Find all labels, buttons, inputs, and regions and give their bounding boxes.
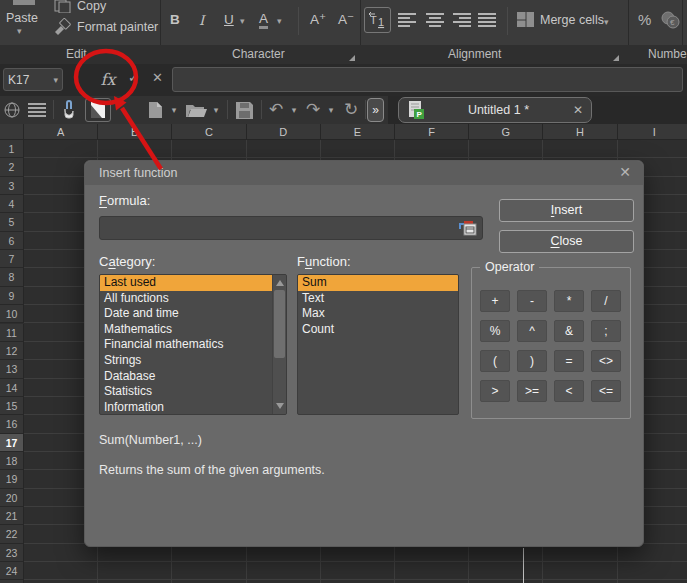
operator-button[interactable]: ) <box>517 350 547 372</box>
name-box-dropdown-icon[interactable]: ▾ <box>53 75 58 85</box>
category-item[interactable]: All functions <box>100 291 272 307</box>
operator-button[interactable]: % <box>480 320 510 342</box>
column-header-G[interactable]: G <box>469 124 543 140</box>
italic-button[interactable]: I <box>199 12 204 28</box>
operator-button[interactable]: < <box>554 380 584 402</box>
row-header-8[interactable]: 8 <box>0 268 24 286</box>
close-button[interactable]: Close <box>499 230 634 253</box>
category-scrollbar[interactable] <box>272 275 286 414</box>
row-header-9[interactable]: 9 <box>0 287 24 305</box>
category-item[interactable]: Financial mathematics <box>100 337 272 353</box>
row-header-13[interactable]: 13 <box>0 360 24 378</box>
operator-button[interactable]: = <box>554 350 584 372</box>
category-list[interactable]: Last usedAll functionsDate and timeMathe… <box>99 274 287 415</box>
row-header-7[interactable]: 7 <box>0 250 24 268</box>
confirm-entry-icon[interactable]: ✓ <box>128 70 139 85</box>
dialog-title[interactable]: Insert function <box>85 161 643 185</box>
cell-reference-box[interactable]: K17 ▾ <box>3 68 63 91</box>
dialog-formula-input[interactable] <box>99 216 483 240</box>
category-item[interactable]: Information <box>100 400 272 415</box>
column-header-B[interactable]: B <box>98 124 172 140</box>
row-header-4[interactable]: 4 <box>0 195 24 213</box>
underline-button[interactable]: U <box>224 12 234 27</box>
merge-cells-button[interactable]: Merge cells <box>540 13 604 27</box>
operator-button[interactable]: + <box>480 290 510 312</box>
operator-button[interactable]: ^ <box>517 320 547 342</box>
function-item[interactable]: Count <box>298 322 458 338</box>
scroll-down-icon[interactable] <box>276 403 284 409</box>
cancel-entry-icon[interactable]: ✕ <box>152 70 163 85</box>
row-header-1[interactable]: 1 <box>0 140 24 158</box>
category-item[interactable]: Strings <box>100 353 272 369</box>
repeat-icon[interactable]: ↻ <box>341 99 361 121</box>
toolbar-overflow-icon[interactable]: » <box>367 98 384 122</box>
column-header-I[interactable]: I <box>618 124 687 140</box>
format-painter-icon[interactable] <box>53 18 73 35</box>
row-header-24[interactable]: 24 <box>0 562 24 580</box>
row-header-3[interactable]: 3 <box>0 177 24 195</box>
column-header-C[interactable]: C <box>172 124 246 140</box>
function-item[interactable]: Sum <box>298 275 458 291</box>
align-justify-icon[interactable] <box>478 13 497 28</box>
font-color-button[interactable]: A <box>259 11 268 29</box>
menu-lines-icon[interactable] <box>27 99 47 121</box>
undo-icon[interactable]: ↶ <box>266 99 286 121</box>
column-header-H[interactable]: H <box>543 124 617 140</box>
alignment-dialog-launcher-icon[interactable] <box>613 55 619 61</box>
scroll-up-icon[interactable] <box>276 280 284 286</box>
bold-button[interactable]: B <box>170 12 180 27</box>
operator-button[interactable]: - <box>517 290 547 312</box>
row-header-6[interactable]: 6 <box>0 232 24 250</box>
open-folder-icon[interactable] <box>184 99 208 121</box>
grow-font-button[interactable]: A⁺ <box>310 11 326 27</box>
new-document-icon[interactable] <box>146 99 164 121</box>
row-header-19[interactable]: 19 <box>0 470 24 488</box>
category-item[interactable]: Date and time <box>100 306 272 322</box>
undo-dropdown-icon[interactable]: ▾ <box>288 99 300 121</box>
sidebar-toggle-icon[interactable] <box>85 98 111 122</box>
operator-button[interactable]: <> <box>591 350 621 372</box>
function-item[interactable]: Max <box>298 306 458 322</box>
formula-input[interactable] <box>172 67 683 92</box>
row-header-12[interactable]: 12 <box>0 342 24 360</box>
currency-format-icon[interactable]: € <box>660 10 682 30</box>
tab-close-icon[interactable]: ✕ <box>573 103 583 117</box>
column-header-E[interactable]: E <box>321 124 395 140</box>
insert-function-button[interactable]: fx <box>92 68 124 92</box>
operator-button[interactable]: ( <box>480 350 510 372</box>
row-header-5[interactable]: 5 <box>0 213 24 231</box>
save-icon[interactable] <box>233 99 255 121</box>
column-header-D[interactable]: D <box>247 124 321 140</box>
redo-dropdown-icon[interactable]: ▾ <box>325 99 337 121</box>
format-painter-button[interactable]: Format painter <box>77 20 158 34</box>
document-tab[interactable]: P Untitled 1 * ✕ <box>398 97 592 123</box>
row-header-16[interactable]: 16 <box>0 415 24 433</box>
copy-button[interactable]: Copy <box>77 0 106 13</box>
percent-format-button[interactable]: % <box>638 11 651 28</box>
row-header-15[interactable]: 15 <box>0 397 24 415</box>
shrink-font-button[interactable]: A⁻ <box>338 11 354 27</box>
column-header-F[interactable]: F <box>395 124 469 140</box>
operator-button[interactable]: & <box>554 320 584 342</box>
underline-dropdown-icon[interactable]: ▾ <box>240 16 245 26</box>
row-header-11[interactable]: 11 <box>0 324 24 342</box>
row-header-18[interactable]: 18 <box>0 452 24 470</box>
merge-cells-icon[interactable] <box>517 12 535 28</box>
operator-button[interactable]: <= <box>591 380 621 402</box>
column-header-A[interactable]: A <box>24 124 98 140</box>
open-dropdown-icon[interactable]: ▾ <box>210 99 222 121</box>
insert-button[interactable]: Insert <box>499 199 634 222</box>
function-item[interactable]: Text <box>298 291 458 307</box>
row-header-21[interactable]: 21 <box>0 507 24 525</box>
character-dialog-launcher-icon[interactable] <box>349 55 355 61</box>
merge-cells-dropdown-icon[interactable]: ▾ <box>604 17 609 27</box>
align-left-icon[interactable] <box>398 13 417 28</box>
operator-button[interactable]: / <box>591 290 621 312</box>
dialog-close-icon[interactable]: ✕ <box>619 164 631 180</box>
paste-button[interactable]: Paste <box>6 11 38 25</box>
row-header-2[interactable]: 2 <box>0 158 24 176</box>
redo-icon[interactable]: ↷ <box>303 99 323 121</box>
font-color-dropdown-icon[interactable]: ▾ <box>277 16 282 26</box>
paste-dropdown-icon[interactable]: ▾ <box>17 26 22 36</box>
row-header-10[interactable]: 10 <box>0 305 24 323</box>
